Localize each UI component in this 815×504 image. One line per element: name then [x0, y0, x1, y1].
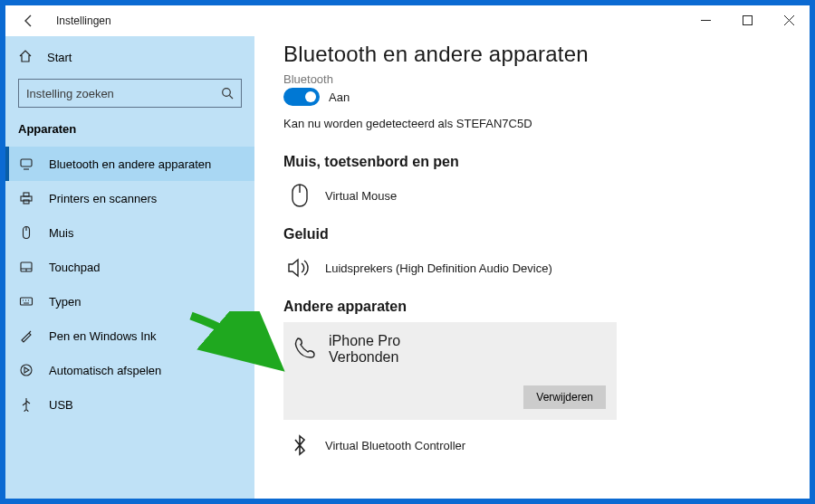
- phone-icon: [292, 336, 316, 363]
- device-name: Virtual Mouse: [325, 189, 397, 203]
- search-icon: [221, 87, 234, 103]
- device-status: Verbonden: [329, 349, 400, 366]
- sidebar-item-label: Printers en scanners: [49, 192, 157, 205]
- sidebar-item-printers[interactable]: Printers en scanners: [5, 181, 254, 215]
- toggle-label: Aan: [329, 90, 350, 104]
- autoplay-icon: [18, 362, 34, 378]
- keyboard-icon: [18, 293, 34, 309]
- bluetooth-icon: [18, 156, 34, 172]
- svg-rect-8: [21, 298, 33, 305]
- device-bt-controller[interactable]: Virtual Bluetooth Controller: [283, 427, 781, 471]
- sidebar-item-label: Muis: [49, 226, 73, 240]
- sidebar-item-typing[interactable]: Typen: [5, 284, 254, 319]
- sidebar-item-label: Automatisch afspelen: [49, 364, 161, 377]
- minimize-button[interactable]: [685, 5, 726, 34]
- maximize-button[interactable]: [726, 5, 768, 34]
- bluetooth-icon: [287, 433, 312, 458]
- mouse-icon: [18, 224, 34, 241]
- svg-rect-2: [21, 159, 32, 166]
- usb-icon: [18, 396, 34, 413]
- device-virtual-mouse[interactable]: Virtual Mouse: [283, 177, 781, 221]
- sidebar-item-label: Bluetooth en andere apparaten: [49, 157, 211, 171]
- sidebar-item-mouse[interactable]: Muis: [5, 215, 254, 250]
- pen-icon: [18, 328, 34, 344]
- mouse-icon: [287, 183, 312, 208]
- sidebar-item-label: Pen en Windows Ink: [49, 329, 157, 343]
- discoverable-text: Kan nu worden gedetecteerd als STEFAN7C5…: [283, 117, 781, 130]
- device-speakers[interactable]: Luidsprekers (High Definition Audio Devi…: [283, 250, 781, 293]
- device-name: Virtual Bluetooth Controller: [325, 439, 465, 452]
- cut-off-label: Bluetooth: [283, 72, 781, 86]
- back-button[interactable]: [18, 10, 40, 32]
- speaker-icon: [287, 255, 312, 281]
- svg-point-9: [21, 365, 32, 376]
- svg-rect-0: [743, 15, 752, 24]
- search-input[interactable]: [18, 79, 242, 108]
- sidebar-item-usb[interactable]: USB: [5, 387, 254, 422]
- device-name: Luidsprekers (High Definition Audio Devi…: [325, 262, 552, 275]
- printer-icon: [18, 190, 34, 206]
- sidebar-item-label: USB: [49, 398, 73, 412]
- home-button[interactable]: Start: [5, 42, 254, 73]
- sidebar-section-title: Apparaten: [5, 119, 254, 147]
- bluetooth-toggle[interactable]: [283, 88, 320, 106]
- svg-rect-4: [24, 193, 29, 196]
- section-other-devices: Andere apparaten: [283, 299, 781, 315]
- section-audio: Geluid: [283, 226, 781, 242]
- sidebar-item-pen[interactable]: Pen en Windows Ink: [5, 319, 254, 353]
- home-icon: [18, 49, 33, 66]
- window-title: Instellingen: [56, 14, 111, 27]
- svg-point-1: [223, 89, 231, 97]
- device-name: iPhone Pro: [329, 333, 400, 349]
- sidebar-item-label: Touchpad: [49, 261, 100, 274]
- page-title: Bluetooth en andere apparaten: [283, 42, 781, 67]
- device-iphone-selected[interactable]: iPhone Pro Verbonden Verwijderen: [283, 322, 617, 420]
- sidebar-item-label: Typen: [49, 295, 81, 309]
- section-mouse-keyboard-pen: Muis, toetsenbord en pen: [283, 154, 781, 170]
- remove-device-button[interactable]: Verwijderen: [523, 385, 606, 409]
- touchpad-icon: [18, 259, 34, 275]
- home-label: Start: [47, 51, 72, 64]
- sidebar-item-touchpad[interactable]: Touchpad: [5, 250, 254, 284]
- close-button[interactable]: [768, 5, 810, 34]
- sidebar-item-bluetooth[interactable]: Bluetooth en andere apparaten: [5, 147, 254, 181]
- sidebar-item-autoplay[interactable]: Automatisch afspelen: [5, 353, 254, 387]
- search-field[interactable]: [26, 87, 234, 100]
